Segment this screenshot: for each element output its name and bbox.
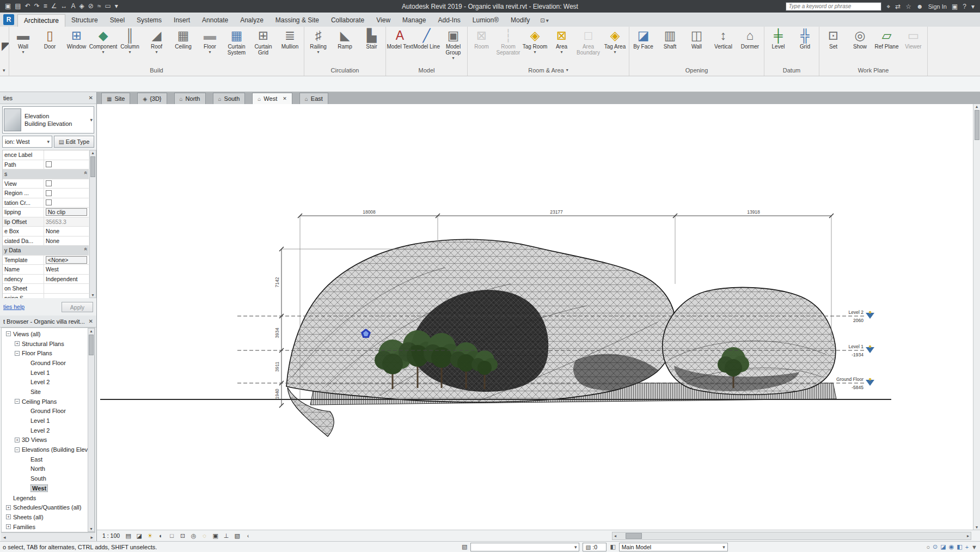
set-button[interactable]: ⊡Set <box>820 27 847 65</box>
instance-combo[interactable]: ion: West ▾ <box>2 136 52 148</box>
dimension-text[interactable]: 3911 <box>274 362 280 372</box>
component-button[interactable]: ◆Component▾ <box>90 27 117 65</box>
floor-button[interactable]: ▬Floor▾ <box>197 27 223 65</box>
ramp-button[interactable]: ◣Ramp <box>332 27 358 65</box>
ribbon-tab-collaborate[interactable]: Collaborate <box>325 14 370 27</box>
level-name[interactable]: Level 1 <box>849 344 864 349</box>
ribbon-tab-insert[interactable]: Insert <box>168 14 196 27</box>
view-tab-south[interactable]: ⌂South <box>213 93 246 104</box>
panel-label-model[interactable]: Model <box>387 65 467 76</box>
shaft-button[interactable]: ▥Shaft <box>657 27 683 65</box>
area-button[interactable]: ⊠Area▾ <box>548 27 575 65</box>
grid-button[interactable]: ╬Grid <box>792 27 818 65</box>
switch-windows-icon[interactable]: ▭ <box>105 0 111 13</box>
properties-scrollbar[interactable]: ▴ ▾ <box>89 150 96 298</box>
close-icon[interactable]: ✕ <box>283 96 287 101</box>
dormer-button[interactable]: ⌂Dormer <box>737 27 763 65</box>
default-3d-view-icon[interactable]: ◈ <box>79 0 84 13</box>
communication-center-icon[interactable]: ⇄ <box>895 3 901 10</box>
by-face-button[interactable]: ◪By Face <box>630 27 657 65</box>
print-icon[interactable]: ≡ <box>44 0 47 13</box>
scroll-down-icon[interactable]: ▾ <box>976 525 978 530</box>
close-icon[interactable]: ✕ <box>87 318 93 324</box>
select-link-icon[interactable]: ⊙ <box>933 543 938 550</box>
door-button[interactable]: ▯Door <box>36 27 63 65</box>
property-value[interactable]: None <box>46 238 59 244</box>
tree-item-sheets-all-[interactable]: +Sheets (all) <box>2 512 87 522</box>
open-icon[interactable]: ▤ <box>15 0 21 13</box>
search-input[interactable] <box>788 3 879 9</box>
ribbon-tab-structure[interactable]: Structure <box>65 14 104 27</box>
ribbon-tab-massing-site[interactable]: Massing & Site <box>270 14 325 27</box>
scrollbar-thumb[interactable] <box>975 110 979 140</box>
active-workset-select[interactable]: ▾ <box>470 543 579 551</box>
tree-item-families[interactable]: +Families <box>2 522 87 532</box>
dimension-text[interactable]: 7142 <box>274 277 280 287</box>
show-button[interactable]: ◎Show <box>847 27 873 65</box>
dimension-text[interactable]: 13918 <box>747 209 760 215</box>
view-tab--3d-[interactable]: ◈{3D} <box>137 93 167 104</box>
ribbon-tab-lumion-[interactable]: Lumion® <box>467 14 505 27</box>
canvas-vscrollbar[interactable]: ▴ ▾ <box>973 104 980 530</box>
checkbox[interactable] <box>46 180 52 186</box>
curtain-system-button[interactable]: ▦Curtain System <box>223 27 250 65</box>
tag-area-button[interactable]: ◈Tag Area▾ <box>602 27 628 65</box>
dimension-text[interactable]: 18008 <box>363 209 376 215</box>
ceiling-button[interactable]: ▦Ceiling <box>170 27 197 65</box>
section-icon[interactable]: ⊘ <box>88 0 94 13</box>
level-elevation[interactable]: -5845 <box>852 385 863 390</box>
browser-scrollbar[interactable]: ▴ ▾ <box>88 328 95 532</box>
ref-plane-button[interactable]: ▱Ref Plane <box>873 27 900 65</box>
property-section-s[interactable]: s« <box>3 169 89 179</box>
reveal-hidden-elements-icon[interactable]: ◌ <box>200 531 209 540</box>
scroll-left-icon[interactable]: ◂ <box>612 533 618 538</box>
view-tab-east[interactable]: ⌂East <box>299 93 328 104</box>
view-tab-site[interactable]: ▦Site <box>101 93 130 104</box>
property-value[interactable]: 35653.3 <box>46 219 66 225</box>
type-selector[interactable]: Elevation Building Elevation ▾ <box>2 106 94 134</box>
close-icon[interactable]: ✕ <box>87 95 93 101</box>
select-underlay-icon[interactable]: ◪ <box>940 543 946 550</box>
expand-minus-icon[interactable]: − <box>15 399 20 404</box>
canvas-hscrollbar[interactable]: ◂ ▸ <box>612 532 971 540</box>
railing-button[interactable]: ♯Railing▾ <box>305 27 332 65</box>
elevation-drawing[interactable]: 18008 23177 13918 7142 3934 <box>97 104 980 530</box>
scroll-down-icon[interactable]: ▾ <box>91 293 94 298</box>
tree-item-ground-floor[interactable]: Ground Floor <box>2 358 87 368</box>
tree-item-ground-floor[interactable]: Ground Floor <box>2 407 87 416</box>
view-tab-west[interactable]: ⌂West✕ <box>252 93 292 104</box>
checkbox[interactable] <box>46 190 52 196</box>
model-line-button[interactable]: ╱Model Line <box>413 27 440 65</box>
dimension-text[interactable]: 1940 <box>274 389 280 399</box>
select-pinned-icon[interactable]: ◉ <box>949 543 954 550</box>
search-icon[interactable]: ⌖ <box>886 3 890 10</box>
shadows-icon[interactable]: ◐ <box>156 531 166 540</box>
thin-lines-icon[interactable]: ≈ <box>97 0 101 13</box>
property-value[interactable]: West <box>46 266 59 272</box>
redo-icon[interactable]: ↷ <box>34 0 40 13</box>
select-by-face-icon[interactable]: ◧ <box>957 543 962 550</box>
tree-item-ceiling-plans[interactable]: −Ceiling Plans <box>2 397 87 407</box>
building-mesh-right[interactable] <box>663 287 836 395</box>
tree-item-level-1[interactable]: Level 1 <box>2 416 87 426</box>
tree-item-legends[interactable]: Legends <box>2 493 87 503</box>
tree-item-north[interactable]: North <box>2 464 87 474</box>
aligned-dimension-icon[interactable]: ↔ <box>61 0 68 13</box>
dimension-text[interactable]: 3934 <box>274 327 280 338</box>
crop-view-icon[interactable]: □ <box>167 531 176 540</box>
ribbon-tab-annotate[interactable]: Annotate <box>196 14 234 27</box>
tree-item-level-2[interactable]: Level 2 <box>2 426 87 435</box>
column-button[interactable]: ║Column▾ <box>117 27 143 65</box>
favorites-icon[interactable]: ☆ <box>905 3 911 10</box>
editable-count-box[interactable]: ▧ :0 <box>583 543 607 551</box>
design-option-select[interactable]: Main Model ▾ <box>619 543 728 551</box>
edit-type-button[interactable]: ▤ Edit Type <box>54 136 94 148</box>
property-section-y-data[interactable]: y Data« <box>3 246 89 256</box>
ribbon-tab-steel[interactable]: Steel <box>104 14 131 27</box>
properties-help-link[interactable]: ties help <box>3 304 24 310</box>
customize-qat-icon[interactable]: ▾ <box>115 0 118 13</box>
level-elevation[interactable]: -1934 <box>852 352 863 357</box>
scrollbar-thumb[interactable] <box>89 335 94 355</box>
panel-label-room-area[interactable]: Room & Area▾ <box>468 65 628 76</box>
scroll-up-icon[interactable]: ▴ <box>91 150 94 155</box>
